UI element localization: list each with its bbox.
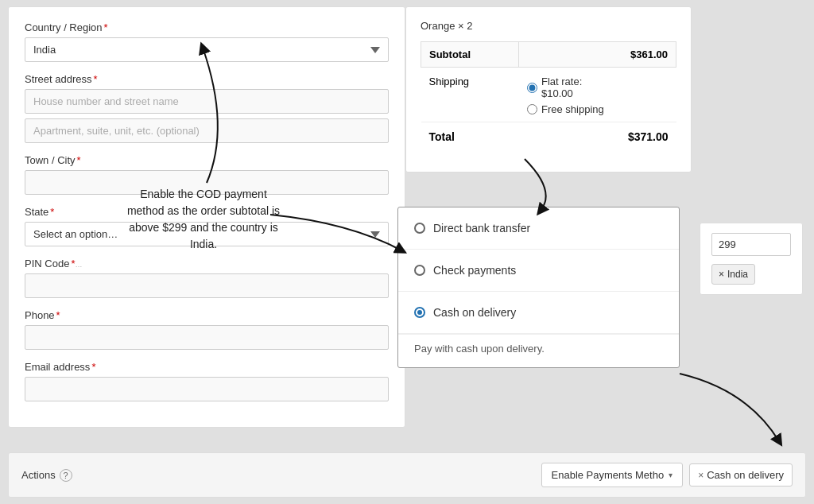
free-shipping-radio[interactable]	[527, 104, 537, 114]
cod-description: Pay with cash upon delivery.	[398, 334, 679, 367]
payment-methods-card: Direct bank transfer Check payments Cash…	[397, 207, 680, 368]
flat-rate-option[interactable]: Flat rate: $10.00	[527, 76, 669, 99]
country-tag: × India	[711, 264, 755, 285]
subtotal-label: Subtotal	[421, 42, 519, 68]
check-payment-radio-circle	[414, 265, 425, 276]
cash-tag-label: Cash on delivery	[707, 469, 784, 481]
free-shipping-option[interactable]: Free shipping	[527, 103, 669, 115]
annotation-bubble: Enable the COD payment method as the ord…	[124, 186, 283, 253]
email-input[interactable]	[25, 377, 389, 401]
street-address-group: Street address*	[25, 73, 389, 143]
town-label: Town / City*	[25, 154, 389, 166]
cod-radio-inner	[417, 310, 422, 315]
cash-tag-remove[interactable]: ×	[698, 470, 704, 481]
checkout-form-card: Country / Region* India Street address* …	[8, 6, 405, 428]
check-payment-option[interactable]: Check payments	[398, 250, 679, 292]
flat-rate-label: Flat rate: $10.00	[541, 76, 582, 99]
enable-payments-dropdown[interactable]: Enable Payments Metho ▾	[541, 463, 684, 487]
bottom-right-actions: Enable Payments Metho ▾ × Cash on delive…	[541, 463, 793, 487]
country-select[interactable]: India	[25, 37, 389, 62]
order-item-label: Orange × 2	[421, 20, 676, 32]
chevron-down-icon: ▾	[669, 471, 673, 479]
pin-label: PIN Code*…	[25, 258, 389, 269]
cod-option[interactable]: Cash on delivery	[398, 292, 679, 334]
required-indicator-3: *	[77, 154, 81, 166]
required-indicator-7: *	[91, 361, 95, 373]
country-region-group: Country / Region* India	[25, 21, 389, 62]
total-row: Total $371.00	[421, 122, 676, 150]
order-summary-card: Orange × 2 Subtotal $361.00 Shipping Fla…	[405, 6, 692, 173]
apt-input[interactable]	[25, 118, 389, 143]
phone-group: Phone*	[25, 309, 389, 350]
order-table: Subtotal $361.00 Shipping Flat rate: $10…	[421, 41, 676, 149]
required-indicator-4: *	[50, 206, 54, 218]
pin-input[interactable]	[25, 273, 389, 298]
free-shipping-label: Free shipping	[541, 103, 604, 115]
actions-section: Actions ?	[21, 469, 72, 482]
subtotal-value: $361.00	[519, 42, 676, 68]
phone-label: Phone*	[25, 309, 389, 321]
country-label: Country / Region*	[25, 21, 389, 33]
phone-input[interactable]	[25, 325, 389, 350]
enable-payments-label: Enable Payments Metho	[552, 469, 665, 481]
total-value: $371.00	[519, 122, 676, 150]
tag-remove-btn[interactable]: ×	[719, 269, 724, 280]
cod-label: Cash on delivery	[433, 306, 516, 319]
required-indicator-6: *	[56, 309, 60, 321]
email-label: Email address*	[25, 361, 389, 373]
pin-group: PIN Code*…	[25, 258, 389, 298]
shipping-row: Shipping Flat rate: $10.00 Free shipping	[421, 68, 676, 122]
shipping-options-cell: Flat rate: $10.00 Free shipping	[519, 68, 676, 122]
shipping-options: Flat rate: $10.00 Free shipping	[527, 76, 669, 115]
help-icon[interactable]: ?	[60, 469, 72, 482]
shipping-label: Shipping	[421, 68, 519, 122]
direct-bank-option[interactable]: Direct bank transfer	[398, 207, 679, 250]
flat-rate-radio[interactable]	[527, 83, 537, 93]
bottom-bar: Actions ? Enable Payments Metho ▾ × Cash…	[8, 452, 806, 498]
threshold-input[interactable]	[711, 233, 791, 256]
required-indicator-2: *	[94, 73, 98, 85]
direct-bank-label: Direct bank transfer	[433, 222, 530, 235]
street-label: Street address*	[25, 73, 389, 85]
required-indicator: *	[104, 21, 108, 33]
check-payment-label: Check payments	[433, 264, 516, 277]
actions-text: Actions	[21, 469, 56, 481]
right-mini-card: × India	[700, 223, 803, 295]
street-input[interactable]	[25, 89, 389, 114]
direct-bank-radio-circle	[414, 223, 425, 234]
subtotal-row: Subtotal $361.00	[421, 42, 676, 68]
cod-radio-circle	[414, 307, 425, 318]
email-group: Email address*	[25, 361, 389, 401]
cash-on-delivery-tag: × Cash on delivery	[689, 463, 793, 487]
tag-label: India	[727, 269, 748, 280]
total-label: Total	[421, 122, 519, 150]
